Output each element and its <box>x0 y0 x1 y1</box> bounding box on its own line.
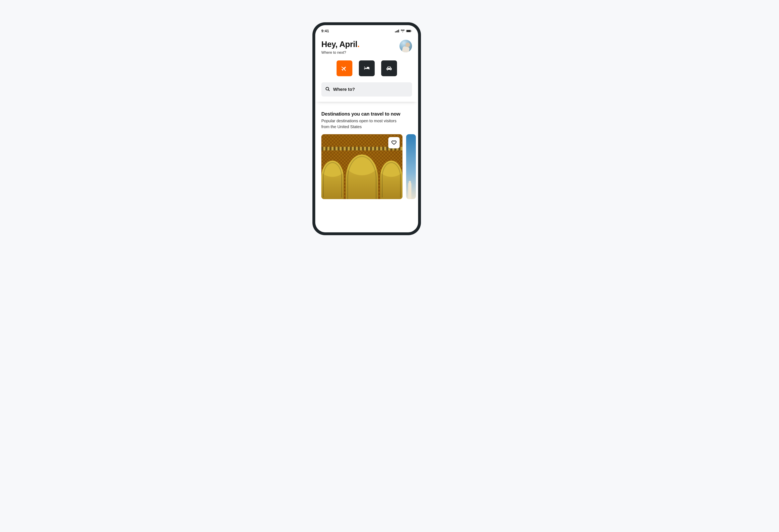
battery-icon <box>406 29 412 32</box>
category-hotels-button[interactable] <box>359 60 375 76</box>
car-icon <box>386 65 393 72</box>
destination-image <box>408 183 411 199</box>
svg-rect-6 <box>411 30 412 31</box>
heart-icon <box>391 139 397 146</box>
search-input[interactable]: Where to? <box>321 82 412 96</box>
destination-cards[interactable] <box>321 134 412 199</box>
phone-frame: 9:41 Hey <box>312 22 421 235</box>
greeting-prefix: Hey, <box>321 40 340 49</box>
svg-rect-1 <box>396 31 397 32</box>
search-placeholder: Where to? <box>333 87 355 92</box>
svg-rect-3 <box>399 29 399 32</box>
avatar[interactable] <box>400 40 412 52</box>
greeting-dot: . <box>357 40 359 49</box>
category-flights-button[interactable] <box>337 60 352 76</box>
destinations-subtitle: Popular destinations open to most visito… <box>321 118 403 130</box>
app-screen: 9:41 Hey <box>315 25 418 232</box>
destination-card[interactable] <box>321 134 403 199</box>
destinations-section: Destinations you can travel to now Popul… <box>315 102 418 199</box>
svg-rect-2 <box>397 30 398 32</box>
svg-rect-5 <box>407 30 411 32</box>
airplane-icon <box>341 64 348 72</box>
status-time: 9:41 <box>321 29 329 33</box>
favorite-button[interactable] <box>388 137 400 148</box>
cellular-signal-icon <box>395 29 400 32</box>
svg-rect-0 <box>395 31 396 32</box>
destination-card-peek[interactable] <box>406 134 416 199</box>
category-cars-button[interactable] <box>381 60 397 76</box>
category-row <box>321 60 412 76</box>
greeting: Hey, April. <box>321 40 359 49</box>
greeting-name: April <box>340 40 357 49</box>
greeting-subtitle: Where to next? <box>321 51 359 55</box>
wifi-icon <box>401 29 405 32</box>
app-header: Hey, April. Where to next? <box>315 35 418 102</box>
bed-icon <box>363 65 370 72</box>
svg-line-8 <box>328 89 329 91</box>
destinations-title: Destinations you can travel to now <box>321 111 412 117</box>
search-icon <box>325 86 330 92</box>
status-icons <box>395 29 412 32</box>
status-bar: 9:41 <box>315 25 418 35</box>
